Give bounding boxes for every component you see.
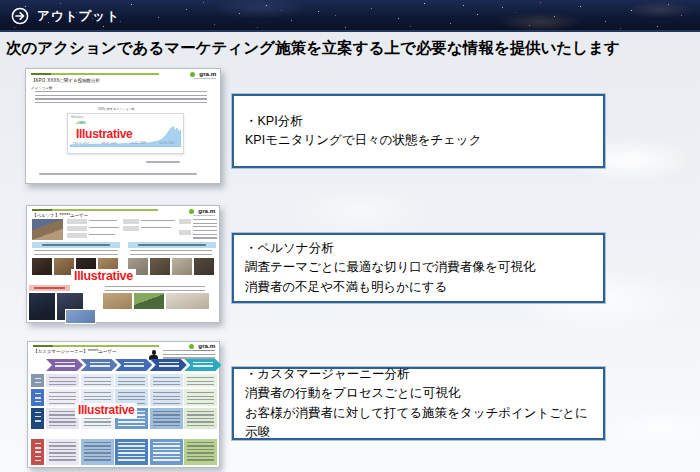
- persona-section-header: [32, 242, 120, 248]
- profile-field-label: [67, 226, 87, 231]
- person-icon: [149, 350, 159, 360]
- box-line: ・KPI分析: [245, 112, 592, 131]
- x-tick-label: Feb 10, 2019: [73, 142, 89, 145]
- persona-section-header: [128, 242, 216, 248]
- profile-field-value: [89, 234, 115, 238]
- gram-logo-icon: [189, 344, 194, 349]
- profile-field-value: [141, 220, 175, 224]
- persona-photo: [166, 293, 209, 309]
- box-line: ・カスタマージャーニー分析: [245, 365, 592, 384]
- box-line: 調査テーマごとに最適な切り口で消費者像を可視化: [245, 258, 592, 277]
- persona-photo: [194, 258, 214, 275]
- journey-cell: [184, 408, 217, 429]
- mini-slide-title: 【カスタマージャーニー】******ユーザー: [33, 349, 116, 354]
- profile-field-value: [89, 227, 119, 231]
- journey-cell: [46, 374, 79, 387]
- box-line: 消費者の行動をプロセスごとに可視化: [245, 384, 592, 403]
- slide-header-band: アウトプット: [0, 0, 700, 32]
- bullet-text-lines: [105, 286, 205, 292]
- illustrative-watermark: Illustrative: [71, 269, 136, 284]
- journey-cell: [115, 374, 148, 387]
- journey-cell: [150, 374, 183, 387]
- illustrative-watermark: Illustrative: [75, 403, 137, 418]
- journey-cell: [150, 439, 183, 465]
- persona-analysis-box: ・ペルソナ分析 調査テーマごとに最適な切り口で消費者像を可視化 消費者の不足や不…: [232, 233, 605, 303]
- gram-logo-text: gra.m: [199, 70, 216, 77]
- persona-photo: [134, 293, 164, 309]
- profile-field-label: [67, 233, 87, 238]
- box-line: 消費者の不足や不満も明らかにする: [245, 278, 592, 297]
- arrow-right-circle-icon: [11, 7, 29, 25]
- persona-photo: [150, 258, 170, 275]
- gram-logo-tagline: [193, 215, 215, 216]
- journey-analysis-box: ・カスタマージャーニー分析 消費者の行動をプロセスごとに可視化 お客様が消費者に…: [232, 367, 605, 440]
- starfield-decoration: [0, 0, 1, 1]
- box-line: お客様が消費者に対して打てる施策をタッチポイントごとに示唆: [245, 404, 592, 443]
- gram-logo-text: gra.m: [198, 342, 215, 349]
- mini-caption-line: [146, 161, 180, 163]
- journey-row-label: [31, 389, 44, 406]
- profile-field-value: [193, 230, 217, 240]
- journey-stage-chevron: [150, 359, 187, 371]
- journey-cell: [150, 389, 183, 406]
- journey-row-label: [31, 439, 44, 465]
- mini-footnote-line: [39, 173, 197, 175]
- thumbnail-persona-slide: gra.m 【ペルソナ】******ユーザー Illustrat: [26, 205, 220, 323]
- profile-field-label: [67, 219, 87, 224]
- kpi-analysis-box: ・KPI分析 KPIモニタリングで日々の状態をチェック: [232, 94, 605, 168]
- persona-photo: [32, 258, 52, 275]
- illustrative-watermark: Illustrative: [73, 127, 135, 142]
- persona-profile-photo: [32, 219, 63, 240]
- journey-cell: [184, 374, 217, 387]
- journey-cell: [115, 439, 148, 465]
- journey-stage-chevron: [81, 359, 118, 371]
- profile-field-label: [179, 230, 191, 235]
- gram-logo-tagline: [194, 78, 216, 79]
- persona-photo-overlay: [65, 309, 96, 324]
- mini-paragraph-lines: [35, 91, 207, 104]
- persona-photo: [103, 293, 132, 309]
- journey-cell: [150, 408, 183, 429]
- mini-section-label: メンション数: [31, 86, 52, 90]
- x-tick-label: Oct 02, 2019: [130, 142, 145, 145]
- header-title: アウトプット: [37, 8, 120, 25]
- profile-field-value: [141, 227, 171, 231]
- journey-stage-chevron: [46, 359, 83, 371]
- bullet-text-lines: [34, 250, 118, 256]
- gram-logo-text: gra.m: [198, 207, 215, 214]
- persona-subsection-header: [29, 285, 70, 291]
- chart-series-label: Mentions: [71, 116, 83, 119]
- journey-stage-chevron: [115, 359, 152, 371]
- journey-row-label: [31, 408, 44, 429]
- persona-photo: [172, 258, 192, 275]
- profile-field-label: [123, 226, 139, 231]
- journey-cell: [81, 439, 114, 465]
- journey-cell: [46, 439, 79, 465]
- journey-cell: [184, 389, 217, 406]
- x-tick-label: Jan 26, 2020: [159, 142, 175, 145]
- profile-field-label: [179, 219, 191, 224]
- profile-field-value: [89, 220, 117, 224]
- thumbnail-kpi-slide: gra.m 【KPI】XXXXに関する投稿数分析 メンション数 XXXに関するメ…: [25, 68, 221, 184]
- mini-chart-title: XXXに関するメンション数: [98, 108, 135, 111]
- slide-page: アウトプット 次のアクションであるマーケティング施策を立案する上で必要な情報を提…: [0, 0, 700, 472]
- bullet-text-lines: [130, 250, 212, 256]
- profile-field-value: [193, 219, 217, 227]
- page-heading: 次のアクションであるマーケティング施策を立案する上で必要な情報を提供いたします: [6, 38, 620, 59]
- box-line: ・ペルソナ分析: [245, 239, 592, 258]
- slide-accent-rule: [32, 209, 158, 211]
- box-line: KPIモニタリングで日々の状態をチェック: [245, 131, 592, 150]
- x-tick-label: Jun 08, 2019: [101, 142, 117, 145]
- gram-logo-icon: [189, 209, 194, 214]
- slide-accent-rule: [33, 345, 159, 347]
- thumbnail-journey-slide: gra.m 【カスタマージャーニー】******ユーザー: [27, 341, 220, 468]
- gram-logo-icon: [190, 72, 195, 77]
- journey-stage-chevron: [184, 359, 221, 371]
- journey-cell: [184, 439, 217, 465]
- journey-cell: [81, 374, 114, 387]
- persona-photo: [29, 293, 55, 320]
- profile-field-label: [123, 219, 139, 224]
- mini-slide-title: 【ペルソナ】******ユーザー: [32, 213, 88, 218]
- journey-row-label: [31, 374, 44, 387]
- mini-slide-title: 【KPI】XXXXに関する投稿数分析: [31, 78, 100, 83]
